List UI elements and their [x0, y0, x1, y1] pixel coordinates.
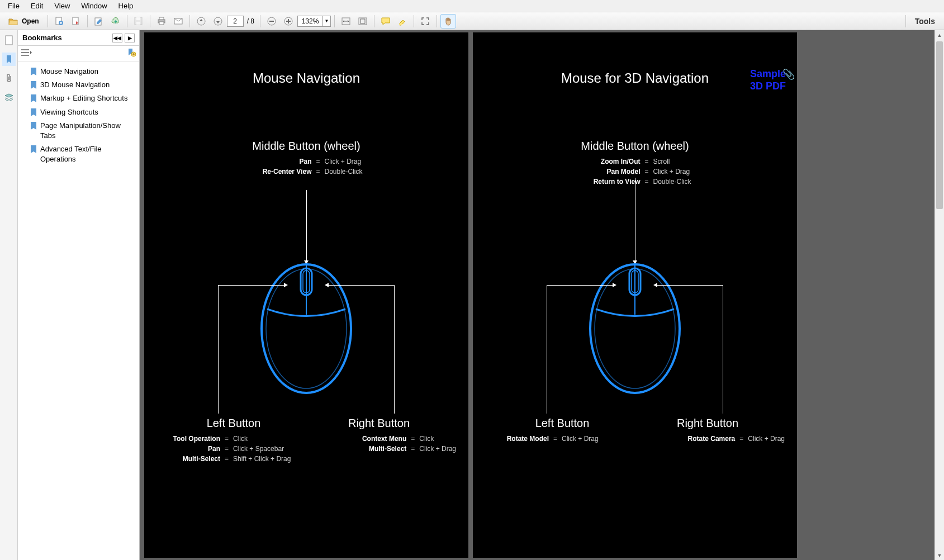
menu-window[interactable]: Window: [75, 1, 112, 11]
cloud-button[interactable]: [108, 14, 124, 29]
zoom-out-button[interactable]: [264, 14, 279, 29]
shortcut-action: Zoom In/Out: [578, 158, 640, 165]
arrow-left-icon: [653, 283, 657, 287]
shortcut-keys: Click + Spacebar: [233, 445, 284, 453]
shortcut-action: Return to View: [578, 178, 640, 186]
equals-label: =: [553, 435, 557, 443]
svg-rect-17: [360, 19, 365, 23]
left-button-shortcuts: Rotate Model=Click + Drag: [494, 435, 599, 445]
shortcut-keys: Click + Drag: [562, 435, 599, 443]
menu-view[interactable]: View: [49, 1, 75, 11]
svg-rect-20: [21, 49, 29, 50]
page-down-button[interactable]: [210, 14, 226, 29]
equals-label: =: [411, 445, 415, 453]
connector-line: [218, 285, 219, 414]
equals-label: =: [316, 158, 320, 165]
highlight-button[interactable]: [395, 14, 410, 29]
equals-label: =: [225, 435, 229, 443]
edit-button[interactable]: [91, 14, 107, 29]
shortcut-action: Multi-Select: [350, 445, 406, 453]
new-bookmark-button[interactable]: [127, 48, 136, 59]
attachments-tab[interactable]: [2, 72, 16, 85]
shortcut-keys: Double-Click: [324, 168, 362, 175]
separator: [150, 15, 150, 27]
tools-panel-toggle[interactable]: Tools: [909, 17, 941, 26]
comment-icon: [381, 17, 390, 25]
bookmark-label: Advanced Text/File Operations: [40, 144, 134, 164]
shortcut-action: Rotate Camera: [679, 435, 735, 443]
bookmark-item[interactable]: Viewing Shortcuts: [20, 106, 137, 119]
svg-rect-5: [136, 17, 140, 20]
arrow-up-circle-icon: [197, 17, 206, 26]
menu-help[interactable]: Help: [113, 1, 139, 11]
fit-width-button[interactable]: [338, 14, 354, 29]
svg-rect-19: [6, 36, 12, 45]
bookmark-icon: [30, 108, 37, 116]
page-thumb-icon: [4, 35, 13, 45]
shortcut-keys: Click + Drag: [419, 445, 456, 453]
shortcut-action: Re-Center View: [250, 168, 311, 175]
export-pdf-button[interactable]: [68, 14, 84, 29]
scroll-thumb[interactable]: [936, 41, 943, 209]
left-button-heading: Left Button: [178, 417, 290, 430]
connector-line: [218, 285, 285, 286]
bookmark-item[interactable]: Markup + Editing Shortcuts: [20, 92, 137, 105]
page-number-input[interactable]: [227, 16, 244, 27]
bookmark-options-button[interactable]: [21, 49, 32, 58]
bookmarks-tab[interactable]: [2, 53, 16, 66]
close-panel-button[interactable]: ▶: [125, 34, 135, 42]
mouse-diagram: [256, 245, 357, 396]
sticky-note-button[interactable]: [378, 14, 393, 29]
bookmark-icon: [30, 68, 37, 75]
open-button[interactable]: Open: [3, 14, 44, 29]
equals-label: =: [644, 178, 648, 186]
layers-tab[interactable]: [2, 91, 16, 104]
email-button[interactable]: [170, 14, 186, 29]
arrow-right-icon: [284, 283, 288, 287]
zoom-value: 132%: [298, 17, 322, 25]
shortcut-keys: Click + Drag: [748, 435, 785, 443]
separator: [374, 15, 374, 27]
bookmark-item[interactable]: Advanced Text/File Operations: [20, 143, 137, 166]
collapse-panel-button[interactable]: ◀◀: [112, 34, 122, 42]
equals-label: =: [644, 158, 648, 165]
document-view[interactable]: Mouse Navigation Middle Button (wheel) P…: [140, 30, 944, 560]
svg-rect-21: [21, 52, 29, 53]
bookmark-item[interactable]: Mouse Navigation: [20, 65, 137, 78]
highlighter-icon: [398, 17, 407, 26]
thumbnails-tab[interactable]: [2, 34, 16, 47]
page-up-button[interactable]: [193, 14, 209, 29]
shortcut-keys: Shift + Click + Drag: [233, 455, 291, 463]
equals-label: =: [225, 455, 229, 463]
menu-edit[interactable]: Edit: [25, 1, 49, 11]
save-button[interactable]: [131, 14, 146, 29]
pdf-page: Mouse Navigation Middle Button (wheel) P…: [144, 32, 468, 558]
shortcut-keys: Click: [419, 435, 434, 443]
bookmark-label: Markup + Editing Shortcuts: [40, 93, 127, 103]
toolbar: Open / 8 132% ▼ Tools: [0, 12, 944, 30]
menu-file[interactable]: File: [2, 1, 25, 11]
folder-open-icon: [8, 17, 18, 25]
open-label: Open: [22, 17, 39, 25]
scroll-up-button[interactable]: ▲: [935, 30, 944, 40]
minus-circle-icon: [267, 17, 276, 26]
print-button[interactable]: [154, 14, 169, 29]
create-pdf-button[interactable]: [51, 14, 67, 29]
shortcut-keys: Scroll: [653, 158, 670, 165]
zoom-in-button[interactable]: [281, 14, 296, 29]
bookmark-item[interactable]: 3D Mouse Navigation: [20, 78, 137, 92]
fit-page-button[interactable]: [355, 14, 371, 29]
bookmark-icon: [30, 81, 37, 89]
scroll-down-button[interactable]: ▼: [935, 550, 944, 560]
fullscreen-button[interactable]: [418, 14, 433, 29]
bookmark-item[interactable]: Page Manipulation/Show Tabs: [20, 119, 137, 143]
vertical-scrollbar[interactable]: ▲ ▼: [934, 30, 944, 560]
hand-tool-button[interactable]: [440, 14, 456, 29]
shortcut-action: Pan: [250, 158, 311, 165]
fit-page-icon: [358, 17, 367, 25]
zoom-level-select[interactable]: 132% ▼: [297, 16, 331, 27]
separator: [48, 15, 48, 27]
bookmarks-panel: Bookmarks ◀◀ ▶ Mouse Navigation 3D Mouse…: [18, 30, 140, 560]
bookmark-icon: [30, 145, 37, 153]
chevron-down-icon[interactable]: ▼: [322, 16, 330, 26]
